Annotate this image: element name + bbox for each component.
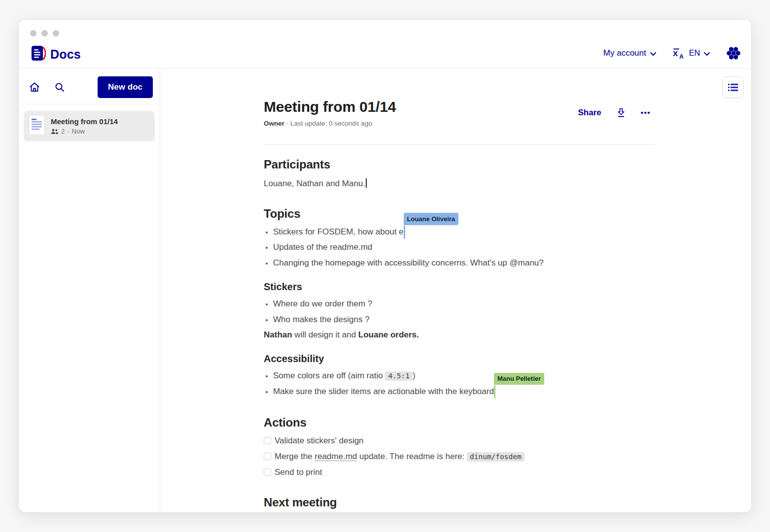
sidebar-doc-meta: 2 · Now bbox=[51, 128, 118, 135]
download-button[interactable] bbox=[615, 106, 627, 119]
window-dot-icon[interactable] bbox=[41, 30, 48, 36]
chevron-down-icon bbox=[650, 52, 656, 56]
todo-row[interactable]: Merge the readme.md update. The readme i… bbox=[264, 452, 655, 462]
app-logo[interactable]: Docs bbox=[31, 45, 81, 64]
stickers-note[interactable]: Nathan will design it and Louane orders. bbox=[264, 330, 655, 340]
list-icon bbox=[728, 83, 738, 92]
list-item[interactable]: Updates of the readme.md bbox=[273, 242, 655, 252]
text-cursor bbox=[366, 178, 367, 188]
stickers-list: Where do we order them ? Who makes the d… bbox=[264, 299, 655, 324]
main-content: Meeting from 01/14 Owner · Last update: … bbox=[160, 68, 751, 512]
app-title: Docs bbox=[50, 47, 81, 62]
todo-row[interactable]: Validate stickers' design bbox=[264, 436, 655, 446]
download-icon bbox=[616, 107, 626, 118]
stickers-heading[interactable]: Stickers bbox=[264, 281, 655, 293]
collab-caret bbox=[494, 385, 495, 399]
home-button[interactable] bbox=[26, 78, 43, 96]
meta-separator: · bbox=[67, 128, 69, 135]
sidebar-doc-item[interactable]: Meeting from 01/14 2 · Now bbox=[24, 111, 155, 141]
language-code: EN bbox=[689, 49, 700, 58]
accessibility-heading[interactable]: Accessibility bbox=[264, 353, 655, 365]
meta-separator: · bbox=[284, 120, 290, 127]
list-item[interactable]: Who makes the designs ? bbox=[273, 315, 655, 325]
participants-text[interactable]: Louane, Nathan and Manu. bbox=[264, 178, 655, 189]
participants-heading[interactable]: Participants bbox=[264, 158, 655, 171]
svg-text:X: X bbox=[673, 49, 678, 58]
list-item[interactable]: Some colors are off (aim ratio 4.5:1) bbox=[273, 371, 655, 381]
sidebar-divider bbox=[19, 104, 160, 104]
document-title[interactable]: Meeting from 01/14 bbox=[264, 99, 396, 115]
collab-user-label: Manu Pelletier bbox=[494, 373, 544, 385]
owner-badge: Owner bbox=[264, 120, 284, 127]
translate-icon: X A bbox=[673, 48, 685, 59]
topbar: Docs My account X A EN bbox=[19, 20, 751, 68]
readme-link[interactable]: readme.md bbox=[315, 452, 357, 461]
sidebar-doc-title: Meeting from 01/14 bbox=[51, 117, 118, 126]
code-span: 4.5:1 bbox=[385, 371, 413, 381]
sidebar-toolbar: New doc bbox=[26, 76, 153, 98]
todo-label: Validate stickers' design bbox=[275, 436, 364, 446]
todo-row[interactable]: Send to print bbox=[264, 467, 655, 477]
topics-heading[interactable]: Topics bbox=[264, 207, 655, 221]
document-meta: Owner · Last update: 0 seconds ago bbox=[264, 120, 396, 127]
todo-checkbox[interactable] bbox=[264, 453, 271, 460]
people-icon bbox=[51, 129, 59, 134]
todo-checkbox[interactable] bbox=[264, 468, 271, 476]
topics-list: Stickers for FOSDEM, how about eLouane O… bbox=[264, 227, 655, 268]
window-dot-icon[interactable] bbox=[53, 30, 59, 36]
app-launcher-button[interactable] bbox=[727, 46, 740, 60]
app-grid-icon bbox=[727, 46, 740, 60]
todo-label: Merge the readme.md update. The readme i… bbox=[275, 452, 525, 462]
list-item[interactable]: Changing the homepage with accessibility… bbox=[273, 258, 655, 268]
todo-label: Send to print bbox=[275, 467, 322, 477]
window-controls[interactable] bbox=[30, 30, 59, 36]
more-options-button[interactable]: ••• bbox=[641, 108, 651, 117]
app-window: Docs My account X A EN bbox=[19, 20, 751, 512]
document-header: Meeting from 01/14 Owner · Last update: … bbox=[264, 99, 655, 127]
table-of-contents-button[interactable] bbox=[722, 76, 744, 98]
header-divider bbox=[264, 144, 655, 145]
topbar-actions: My account X A EN bbox=[603, 46, 740, 60]
my-account-button[interactable]: My account bbox=[603, 48, 656, 58]
todo-list: Validate stickers' design Merge the read… bbox=[264, 436, 655, 477]
list-item[interactable]: Stickers for FOSDEM, how about eLouane O… bbox=[273, 227, 655, 237]
new-doc-button[interactable]: New doc bbox=[98, 76, 153, 98]
last-update-text: Last update: 0 seconds ago bbox=[290, 120, 372, 127]
next-meeting-heading[interactable]: Next meeting bbox=[264, 496, 655, 509]
code-span: dinum/fosdem bbox=[467, 452, 525, 462]
home-icon bbox=[29, 81, 40, 93]
chevron-down-icon bbox=[704, 52, 710, 56]
document-editor[interactable]: Meeting from 01/14 Owner · Last update: … bbox=[264, 99, 655, 509]
window-dot-icon[interactable] bbox=[30, 30, 36, 36]
accessibility-list: Some colors are off (aim ratio 4.5:1) Ma… bbox=[264, 371, 655, 397]
search-icon bbox=[54, 82, 65, 93]
docs-logo-icon bbox=[31, 45, 46, 64]
doc-last-active: Now bbox=[72, 128, 85, 135]
share-button[interactable]: Share bbox=[578, 108, 601, 118]
sidebar: New doc Meeting from 01/14 bbox=[19, 68, 160, 512]
doc-thumbnail-icon bbox=[29, 115, 45, 137]
my-account-label: My account bbox=[603, 48, 646, 58]
doc-members-count: 2 bbox=[61, 128, 65, 135]
todo-checkbox[interactable] bbox=[264, 437, 271, 444]
collab-caret bbox=[404, 226, 405, 239]
actions-heading[interactable]: Actions bbox=[264, 416, 655, 430]
svg-text:A: A bbox=[679, 53, 684, 59]
list-item[interactable]: Make sure the slider items are actionabl… bbox=[273, 387, 655, 397]
document-actions: Share ••• bbox=[578, 106, 655, 119]
search-button[interactable] bbox=[51, 79, 68, 96]
language-selector[interactable]: X A EN bbox=[673, 48, 710, 59]
list-item[interactable]: Where do we order them ? bbox=[273, 299, 655, 309]
collab-user-label: Louane Oliveira bbox=[404, 213, 459, 225]
